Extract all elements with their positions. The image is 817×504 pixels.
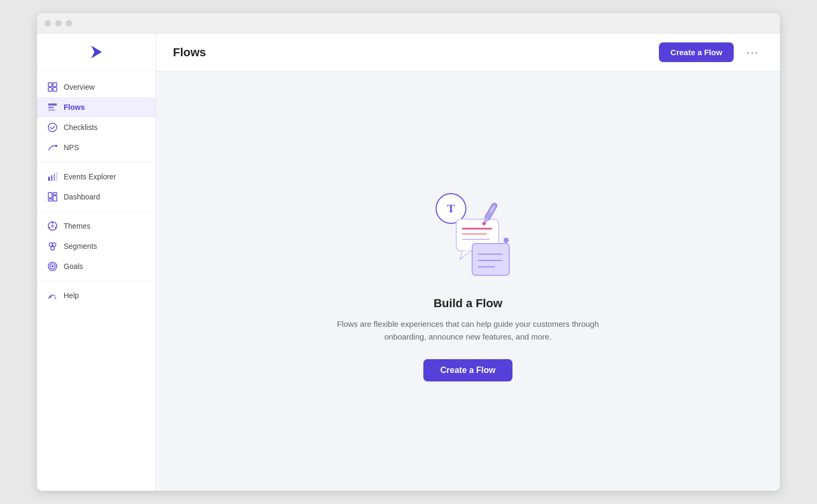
themes-icon <box>48 221 57 231</box>
svg-point-21 <box>55 227 57 229</box>
header-actions: Create a Flow ··· <box>659 42 763 62</box>
sidebar-item-themes[interactable]: Themes <box>37 216 155 236</box>
sidebar-item-dashboard[interactable]: Dashboard <box>37 187 155 207</box>
svg-rect-10 <box>48 177 50 181</box>
svg-text:T: T <box>447 202 455 215</box>
svg-point-29 <box>54 297 56 299</box>
sidebar-item-checklists-label: Checklists <box>64 123 98 132</box>
svg-rect-12 <box>54 173 55 181</box>
svg-rect-3 <box>48 88 52 91</box>
main-header: Flows Create a Flow ··· <box>156 33 780 72</box>
sidebar-item-segments-label: Segments <box>64 242 97 250</box>
empty-state-description: Flows are flexible experiences that can … <box>330 318 606 343</box>
flows-illustration: T <box>410 181 526 282</box>
main-panel: Flows Create a Flow ··· T <box>156 33 780 491</box>
svg-rect-14 <box>48 193 52 198</box>
svg-rect-6 <box>48 107 54 108</box>
svg-rect-17 <box>48 199 52 201</box>
sidebar-nav: Overview Flows <box>37 71 155 491</box>
sidebar-item-goals-label: Goals <box>64 262 83 271</box>
help-icon <box>48 291 57 300</box>
svg-point-28 <box>51 265 54 267</box>
segments-icon <box>48 241 57 251</box>
sidebar-item-overview-label: Overview <box>64 83 94 91</box>
sidebar-item-checklists[interactable]: Checklists <box>37 117 155 137</box>
svg-point-8 <box>48 123 57 132</box>
svg-rect-11 <box>51 175 53 181</box>
svg-point-25 <box>51 247 55 250</box>
svg-rect-7 <box>48 109 55 111</box>
flows-icon <box>48 102 57 112</box>
svg-rect-16 <box>53 196 57 201</box>
svg-rect-5 <box>48 103 57 106</box>
nav-divider-3 <box>37 281 155 281</box>
empty-state: T <box>330 181 606 381</box>
sidebar-item-events-explorer[interactable]: Events Explorer <box>37 167 155 187</box>
svg-point-20 <box>52 222 54 224</box>
app-window: Overview Flows <box>37 13 780 491</box>
svg-rect-15 <box>53 193 57 195</box>
sidebar: Overview Flows <box>37 33 156 491</box>
sidebar-item-dashboard-label: Dashboard <box>64 193 100 201</box>
create-flow-header-button[interactable]: Create a Flow <box>659 42 734 62</box>
dashboard-icon <box>48 192 57 202</box>
svg-point-19 <box>51 224 54 228</box>
page-title: Flows <box>173 46 206 59</box>
more-options-button[interactable]: ··· <box>742 44 763 60</box>
svg-point-44 <box>503 238 509 243</box>
svg-marker-0 <box>91 46 102 58</box>
sidebar-item-goals[interactable]: Goals <box>37 256 155 276</box>
svg-rect-1 <box>48 83 52 86</box>
create-flow-center-button[interactable]: Create a Flow <box>423 359 512 381</box>
titlebar <box>37 13 780 33</box>
traffic-light-close[interactable] <box>45 20 51 27</box>
sidebar-logo <box>37 33 155 71</box>
svg-point-22 <box>49 227 50 229</box>
sidebar-item-nps[interactable]: NPS <box>37 137 155 158</box>
main-content: T <box>156 72 780 491</box>
checklist-icon <box>48 123 57 132</box>
nav-divider-1 <box>37 162 155 162</box>
nps-icon <box>48 143 57 152</box>
traffic-light-minimize[interactable] <box>55 20 62 27</box>
app-logo-icon <box>87 42 106 62</box>
sidebar-item-overview[interactable]: Overview <box>37 77 155 97</box>
sidebar-item-segments[interactable]: Segments <box>37 236 155 256</box>
sidebar-item-help[interactable]: Help <box>37 285 155 306</box>
sidebar-item-themes-label: Themes <box>64 222 91 230</box>
sidebar-item-events-label: Events Explorer <box>64 172 116 181</box>
svg-rect-13 <box>56 172 57 181</box>
sidebar-item-flows[interactable]: Flows <box>37 97 155 117</box>
sidebar-item-nps-label: NPS <box>64 143 79 152</box>
empty-state-title: Build a Flow <box>433 297 502 310</box>
sidebar-item-help-label: Help <box>64 291 79 300</box>
svg-rect-2 <box>53 83 57 86</box>
goals-icon <box>48 262 57 271</box>
svg-rect-36 <box>472 244 509 275</box>
svg-rect-4 <box>53 88 57 91</box>
nav-divider-2 <box>37 211 155 212</box>
grid-icon <box>48 82 57 92</box>
app-body: Overview Flows <box>37 33 780 491</box>
events-icon <box>48 172 57 181</box>
traffic-light-maximize[interactable] <box>66 20 72 27</box>
svg-point-9 <box>55 145 57 147</box>
sidebar-item-flows-label: Flows <box>64 103 85 111</box>
